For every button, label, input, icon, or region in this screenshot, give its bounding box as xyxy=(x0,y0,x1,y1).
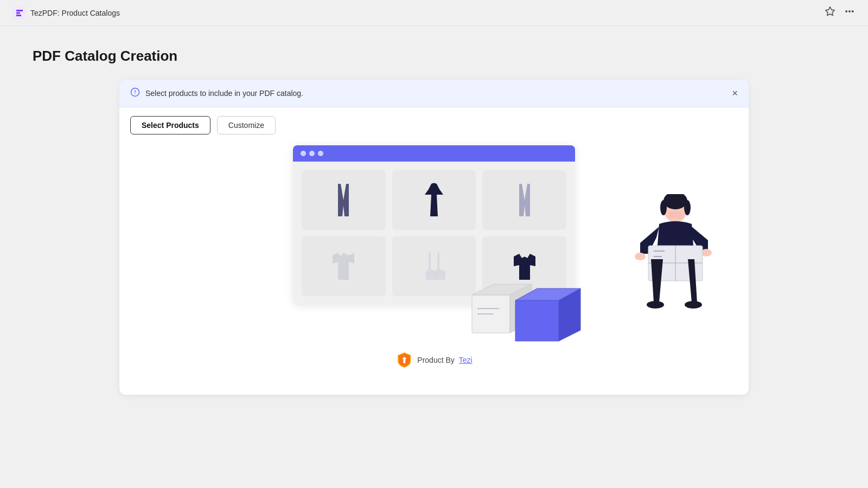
person-svg xyxy=(624,194,716,351)
main-card: Select products to include in your PDF c… xyxy=(119,80,749,395)
browser-dot-1 xyxy=(301,151,306,156)
svg-marker-26 xyxy=(515,300,559,341)
svg-point-19 xyxy=(647,301,664,309)
info-icon xyxy=(130,87,140,99)
product-card-5 xyxy=(392,236,476,296)
product-card-1 xyxy=(302,170,386,230)
svg-point-9 xyxy=(660,200,667,215)
tezi-logo-icon xyxy=(395,351,413,369)
svg-point-2 xyxy=(849,11,851,12)
tab-select-products[interactable]: Select Products xyxy=(130,116,210,134)
topbar-right xyxy=(825,6,855,20)
page-title: PDF Catalog Creation xyxy=(33,48,835,65)
svg-point-12 xyxy=(635,253,646,260)
pants-icon xyxy=(330,181,357,219)
product-by-section: Product By Tezi xyxy=(395,343,472,384)
product-card-2 xyxy=(392,170,476,230)
product-by: Product By Tezi xyxy=(395,343,472,384)
light-pants-icon xyxy=(511,181,538,219)
sweatshirt-icon xyxy=(508,250,541,282)
topbar-title: TezPDF: Product Catalogs xyxy=(30,9,120,17)
info-banner-left: Select products to include in your PDF c… xyxy=(130,87,303,99)
boxes-svg xyxy=(467,279,586,344)
info-banner-text: Select products to include in your PDF c… xyxy=(145,89,303,98)
browser-dot-3 xyxy=(318,151,323,156)
svg-rect-11 xyxy=(668,211,682,218)
svg-point-20 xyxy=(685,301,702,309)
svg-point-1 xyxy=(846,11,847,12)
tezpdf-logo-icon xyxy=(13,7,26,20)
tab-customize[interactable]: Customize xyxy=(217,116,276,134)
person-illustration xyxy=(624,194,716,351)
info-banner: Select products to include in your PDF c… xyxy=(119,80,749,107)
topbar: TezPDF: Product Catalogs xyxy=(0,0,868,26)
close-banner-button[interactable]: × xyxy=(732,88,738,98)
product-card-3 xyxy=(482,170,566,230)
topbar-left: TezPDF: Product Catalogs xyxy=(13,7,120,20)
browser-dot-2 xyxy=(309,151,315,156)
tezi-link[interactable]: Tezi xyxy=(459,356,473,364)
product-card-4 xyxy=(302,236,386,296)
svg-point-3 xyxy=(852,11,854,12)
dress-icon xyxy=(420,181,448,219)
illustration-area: Product By Tezi xyxy=(119,134,749,395)
tabs-container: Select Products Customize xyxy=(119,107,749,134)
page-content: PDF Catalog Creation Select products to … xyxy=(0,26,868,416)
tshirt-icon xyxy=(327,250,360,282)
more-icon[interactable] xyxy=(844,6,855,20)
boxes-illustration xyxy=(467,279,586,346)
svg-point-10 xyxy=(684,200,691,215)
socks-icon xyxy=(418,250,450,282)
pin-icon[interactable] xyxy=(825,6,835,20)
product-by-text: Product By xyxy=(417,356,454,364)
browser-topbar xyxy=(293,145,575,162)
